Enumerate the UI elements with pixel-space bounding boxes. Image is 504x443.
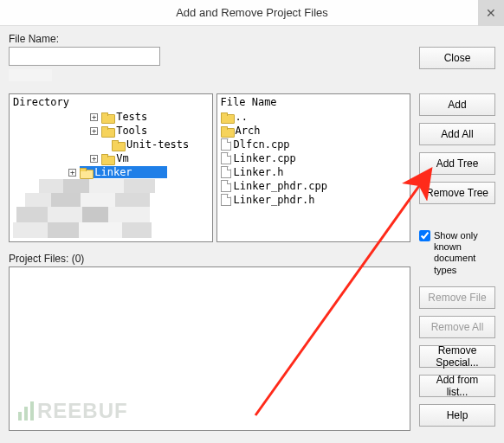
directory-tree[interactable]: + Tests + Tools (10, 110, 212, 241)
file-list-header: File Name (217, 94, 410, 110)
file-item[interactable]: Linker.h (217, 165, 410, 179)
tree-item-label: Tools (116, 125, 147, 137)
show-known-types-checkbox[interactable]: Show only known document types (419, 230, 495, 276)
file-item-label: Dlfcn.cpp (234, 138, 290, 151)
file-item[interactable]: .. (217, 110, 410, 124)
remove-special-button[interactable]: Remove Special... (419, 345, 495, 368)
file-list[interactable]: .. Arch Dlfcn.cpp Linker.cpp (217, 110, 410, 241)
remove-all-button[interactable]: Remove All (419, 316, 495, 338)
remove-tree-button[interactable]: Remove Tree (419, 182, 495, 204)
file-name-input[interactable] (9, 47, 160, 66)
file-item-label: Linker.h (234, 166, 284, 178)
file-item-label: Linker_phdr.cpp (234, 180, 327, 192)
expand-icon[interactable]: + (68, 169, 76, 177)
file-icon (221, 180, 231, 192)
close-button[interactable]: Close (419, 47, 495, 69)
add-tree-button[interactable]: Add Tree (419, 152, 495, 175)
tree-item-label: Unit-tests (126, 138, 189, 151)
add-from-list-button[interactable]: Add from list... (419, 375, 495, 397)
folder-icon (221, 126, 233, 136)
checkbox-input[interactable] (419, 230, 430, 241)
file-item-label: Arch (236, 125, 261, 137)
expand-icon[interactable]: + (90, 113, 98, 121)
window-close-button[interactable]: ✕ (478, 0, 504, 26)
expand-icon[interactable]: + (90, 155, 98, 163)
checkbox-label: Show only known document types (434, 230, 495, 276)
tree-item-label: Linker (94, 166, 132, 178)
tree-item[interactable]: Unit-tests (10, 138, 212, 151)
watermark: REEBUF (18, 399, 128, 423)
folder-icon (101, 154, 113, 164)
file-item[interactable]: Linker.cpp (217, 151, 410, 165)
folder-icon (101, 126, 113, 136)
watermark-icon (18, 401, 34, 421)
remove-file-button[interactable]: Remove File (419, 286, 495, 309)
redacted-region (9, 69, 410, 81)
file-icon (221, 152, 231, 164)
tree-item[interactable]: + Tests (10, 110, 212, 124)
tree-item-label: Vm (116, 152, 128, 164)
folder-icon (101, 112, 113, 122)
redacted-region (10, 179, 212, 238)
project-files-label: Project Files: (0) (9, 253, 410, 265)
file-icon (221, 138, 231, 151)
folder-icon (112, 140, 124, 150)
close-icon: ✕ (486, 6, 496, 20)
file-item-label: Linker_phdr.h (234, 194, 315, 206)
directory-pane: Directory + Tests + (9, 93, 213, 242)
add-all-button[interactable]: Add All (419, 123, 495, 145)
tree-item-label: Tests (116, 111, 147, 123)
file-icon (221, 166, 231, 178)
title-bar: Add and Remove Project Files ✕ (0, 0, 504, 26)
file-item[interactable]: Dlfcn.cpp (217, 138, 410, 151)
file-item-label: Linker.cpp (234, 152, 296, 164)
folder-open-icon (80, 168, 92, 177)
file-icon (221, 194, 231, 206)
tree-item[interactable]: + Linker (10, 165, 212, 179)
help-button[interactable]: Help (419, 404, 495, 427)
folder-icon (221, 112, 233, 122)
tree-item[interactable]: + Vm (10, 151, 212, 165)
file-name-label: File Name: (9, 33, 410, 45)
file-list-pane: File Name .. Arch Dlfcn.cpp (216, 93, 410, 242)
window-title: Add and Remove Project Files (176, 6, 328, 19)
file-item-label: .. (236, 111, 248, 123)
file-item[interactable]: Linker_phdr.cpp (217, 179, 410, 193)
expand-icon[interactable]: + (90, 127, 98, 135)
tree-item[interactable]: + Tools (10, 124, 212, 138)
file-item[interactable]: Linker_phdr.h (217, 193, 410, 207)
file-item[interactable]: Arch (217, 124, 410, 138)
add-button[interactable]: Add (419, 93, 495, 116)
directory-header: Directory (10, 94, 212, 110)
project-files-list[interactable]: REEBUF (9, 266, 410, 431)
